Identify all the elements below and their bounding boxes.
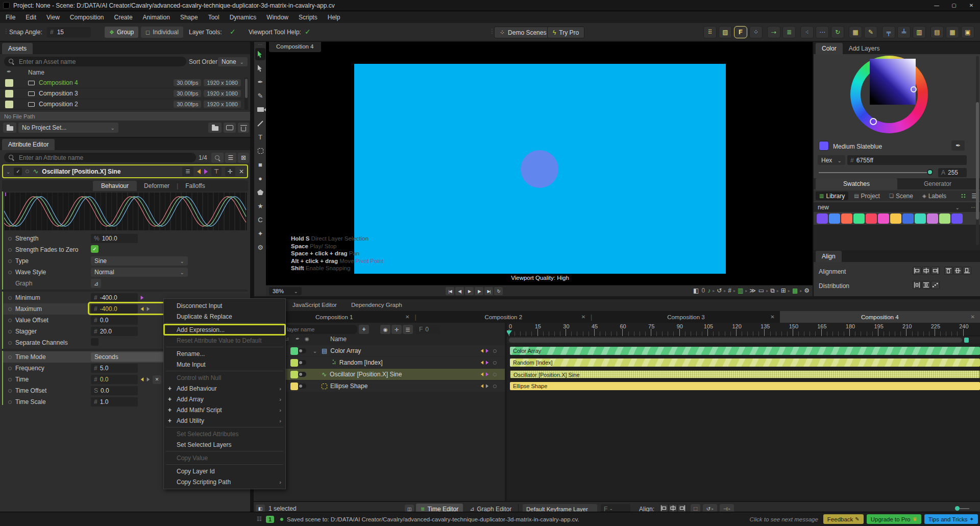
settings-filter-button[interactable]: ☰ [403,325,413,334]
pen-tool[interactable]: ✒ [254,75,266,89]
asset-row[interactable]: Composition 430.00fps1920 x 1080 [0,78,244,88]
color-swatch[interactable] [927,213,938,224]
hex-input[interactable]: #6755ff [847,155,967,165]
menu-item-add-math-script[interactable]: Add Math/ Script+› [164,404,285,415]
menu-item-duplicate-replace[interactable]: Duplicate & Replace [164,311,285,322]
attribute-checkbox[interactable] [91,338,99,346]
layer-solo-circle[interactable] [493,373,497,376]
input-connection-icon[interactable] [197,169,201,174]
chevron-down-icon[interactable] [955,204,960,211]
arc-tool[interactable]: C [254,213,266,227]
alpha-slider[interactable] [819,172,933,173]
layer-tools-check[interactable]: ✓ [230,28,236,36]
input-keyframe-arrow[interactable] [141,307,144,311]
menu-animation[interactable]: Animation [138,12,175,22]
asset-name[interactable]: Composition 3 [39,90,174,97]
color-swatch[interactable] [915,213,926,224]
go-end-button[interactable]: ▶| [484,287,493,295]
tab-attribute-editor[interactable]: Attribute Editor [2,139,55,150]
timeline-scrollbar[interactable] [507,337,980,343]
scatter-icon[interactable]: ⁘ [749,26,763,38]
next-frame-button[interactable]: |▶ [475,287,483,295]
assets-scrollbar[interactable] [244,78,248,110]
color-panel-scrollbar[interactable] [976,56,979,245]
layer-out-arrow[interactable] [486,361,488,365]
menu-shape[interactable]: Shape [176,12,203,22]
layer-row-color-array[interactable]: ⌄▤Color Array [254,345,505,356]
current-color-swatch[interactable] [819,141,829,151]
layer-visibility-toggle[interactable] [298,372,306,377]
comp-tab-4[interactable]: Composition 4✕ [780,311,980,323]
menu-view[interactable]: View [42,12,64,22]
spiral-icon[interactable]: ↻ [831,26,844,38]
layer-color-swatch[interactable] [290,382,298,390]
grid-snap-icon[interactable]: # [727,287,732,294]
group-mode-button[interactable]: ❖Group [105,27,138,38]
onion-skin-icon[interactable]: ◧ [693,287,699,294]
scroll-end-handle[interactable] [964,338,969,343]
layer-solo-circle[interactable] [493,385,497,388]
tab-assets[interactable]: Assets [2,43,33,54]
asset-color-swatch[interactable] [5,90,13,98]
color-swatch[interactable] [853,213,865,224]
viewport-zoom-dropdown[interactable]: 38% [269,287,302,295]
frame-field[interactable]: F0 [416,325,440,334]
editor-tab-javascript-editor[interactable]: JavaScript Editor [285,299,344,311]
close-button[interactable]: ✕ [963,0,980,11]
menu-item-add-behaviour[interactable]: Add Behaviour+› [164,383,285,394]
close-tab-icon[interactable]: ✕ [581,314,585,320]
pen-tool-icon[interactable]: ✎ [864,26,877,38]
attribute-checkbox[interactable]: ✓ [91,245,99,253]
tab-generator[interactable]: Generator [897,180,978,187]
clear-search-button[interactable]: ⊠ [238,153,249,163]
refresh-icon[interactable]: ↺ [716,287,722,294]
solo-filter-button[interactable]: ◉ [380,325,390,334]
menu-dynamics[interactable]: Dynamics [225,12,261,22]
attribute-value-field[interactable]: #-400.0 [91,304,138,314]
camera-tool[interactable] [254,103,266,116]
expander-icon[interactable]: ▸ [800,289,802,293]
expander-icon[interactable]: ▸ [733,289,736,293]
align-bottom-icon[interactable]: ╧ [897,26,911,38]
add-layer-button[interactable]: + [359,325,369,334]
layer-solo-circle[interactable] [493,349,497,353]
tab-deformer[interactable]: Deformer [137,181,177,191]
menu-item-control-with-null[interactable]: Control with Null [164,372,285,383]
layer-in-arrow[interactable] [481,361,483,365]
hue-cursor[interactable] [870,118,877,125]
kf-align-left-button[interactable] [659,504,668,512]
move-filter-button[interactable]: ✛ [391,325,402,334]
find-attribute-button[interactable] [211,153,224,163]
attribute-dropdown[interactable]: Sine [91,256,188,266]
drag-handle[interactable]: ⋯ [254,42,266,47]
asset-color-swatch[interactable] [5,79,13,87]
color-eyedropper-button[interactable]: ✒ [951,140,965,151]
attribute-value-field[interactable]: #0.0 [91,375,138,384]
layers-icon[interactable]: ⧉ [770,287,775,294]
project-set-icon-button[interactable] [3,123,16,133]
close-icon[interactable]: ✕ [239,168,244,175]
layer-color-swatch[interactable] [290,359,298,367]
align-center-h-button[interactable] [922,267,930,275]
color-swatch[interactable] [841,213,852,224]
render-view-icon[interactable]: ▥ [737,287,744,294]
color-swatch[interactable] [829,213,840,224]
attribute-value-field[interactable]: #1.0 [91,397,138,407]
close-tab-icon[interactable]: ✕ [971,314,975,320]
text-tool[interactable]: T [254,130,266,144]
menu-window[interactable]: Window [262,12,293,22]
attribute-value-field[interactable]: #0.0 [91,316,138,325]
transform-box-tool[interactable] [254,144,266,158]
attribute-dropdown[interactable]: Normal [91,268,188,277]
collapse-icon[interactable] [6,168,10,175]
minimize-button[interactable]: — [928,0,945,11]
color-swatch[interactable] [878,213,889,224]
expand-chevron-icon[interactable]: ⌄ [309,348,321,354]
source-labels[interactable]: ◈Labels [919,192,950,200]
output-keyframe-arrow[interactable] [147,307,150,311]
menu-item-add-expression-[interactable]: Add Expression... [164,324,285,335]
editor-tab-dependency-graph[interactable]: Dependency Graph [344,299,409,311]
viewport-settings-icon[interactable]: ⚙ [803,287,810,294]
color-swatch[interactable] [939,213,950,224]
layer-color-swatch[interactable] [290,371,298,378]
